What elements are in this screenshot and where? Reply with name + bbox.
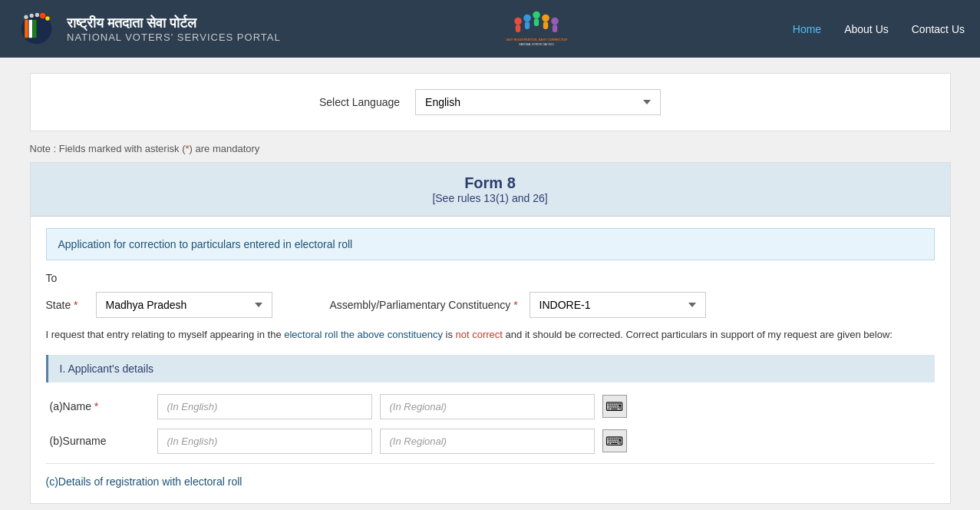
note-text2: ) are mandatory bbox=[190, 143, 260, 154]
nav-about[interactable]: About Us bbox=[844, 23, 889, 35]
surname-keyboard-button[interactable]: ⌨ bbox=[602, 429, 627, 452]
request-text: I request that entry relating to myself … bbox=[46, 327, 935, 343]
svg-rect-3 bbox=[33, 20, 37, 38]
name-keyboard-button[interactable]: ⌨ bbox=[602, 395, 627, 418]
constituency-required: * bbox=[513, 299, 517, 311]
hindi-title: राष्ट्रीय मतदाता सेवा पोर्टल bbox=[67, 15, 281, 31]
name-input-regional[interactable] bbox=[380, 394, 595, 419]
english-title: NATIONAL VOTERS' SERVICES PORTAL bbox=[67, 31, 281, 43]
svg-point-13 bbox=[551, 18, 559, 25]
application-description: Application for correction to particular… bbox=[46, 228, 935, 260]
svg-rect-1 bbox=[25, 20, 28, 38]
form-container: Form 8 [See rules 13(1) and 26] Applicat… bbox=[30, 162, 951, 504]
voters-day-logo: EASY REGISTRATION, EASY CORRECTION NATIO… bbox=[506, 8, 567, 50]
svg-rect-14 bbox=[516, 25, 520, 32]
svg-point-6 bbox=[35, 13, 39, 17]
svg-point-7 bbox=[40, 13, 45, 18]
svg-point-8 bbox=[45, 16, 49, 20]
name-row: (a)Name * ⌨ bbox=[46, 394, 935, 419]
svg-rect-16 bbox=[534, 18, 539, 26]
logo-text: राष्ट्रीय मतदाता सेवा पोर्टल NATIONAL VO… bbox=[67, 15, 281, 43]
constituency-label: Assembly/Parliamentary Constituency * bbox=[330, 299, 518, 311]
mandatory-note: Note : Fields marked with asterisk (*) a… bbox=[30, 143, 951, 154]
language-select[interactable]: English Hindi Tamil Telugu Kannada bbox=[415, 89, 661, 115]
to-label: To bbox=[46, 272, 935, 284]
svg-rect-17 bbox=[543, 22, 548, 29]
section1-header: I. Applicant's details bbox=[46, 355, 935, 382]
main-content: Select Language English Hindi Tamil Telu… bbox=[15, 73, 966, 504]
site-header: राष्ट्रीय मतदाता सेवा पोर्टल NATIONAL VO… bbox=[0, 0, 980, 58]
svg-text:NATIONAL VOTERS' DAY 2015: NATIONAL VOTERS' DAY 2015 bbox=[520, 43, 555, 46]
svg-point-5 bbox=[30, 14, 34, 18]
name-label: (a)Name * bbox=[50, 400, 150, 412]
main-nav: Home About Us Contact Us bbox=[793, 23, 965, 35]
language-selector-box: Select Language English Hindi Tamil Telu… bbox=[30, 73, 951, 131]
state-required: * bbox=[74, 299, 78, 311]
svg-point-11 bbox=[533, 12, 540, 19]
form-header: Form 8 [See rules 13(1) and 26] bbox=[31, 163, 950, 217]
svg-point-12 bbox=[542, 15, 549, 22]
form-body: Application for correction to particular… bbox=[31, 217, 950, 503]
nav-home[interactable]: Home bbox=[793, 23, 821, 35]
surname-row: (b)Surname ⌨ bbox=[46, 429, 935, 454]
svg-rect-18 bbox=[553, 25, 557, 32]
name-input-english[interactable] bbox=[157, 394, 372, 419]
form-title: Form 8 bbox=[42, 174, 939, 192]
nav-contact[interactable]: Contact Us bbox=[912, 23, 965, 35]
svg-point-10 bbox=[523, 15, 531, 22]
language-label: Select Language bbox=[319, 96, 400, 108]
divider bbox=[46, 463, 935, 464]
header-left: राष्ट्रीय मतदाता सेवा पोर्टल NATIONAL VO… bbox=[15, 8, 281, 50]
site-logo bbox=[15, 8, 58, 50]
form-subtitle: [See rules 13(1) and 26] bbox=[42, 192, 939, 204]
svg-point-9 bbox=[514, 18, 522, 25]
surname-label: (b)Surname bbox=[50, 435, 150, 447]
state-label: State * bbox=[46, 299, 84, 311]
svg-text:EASY REGISTRATION, EASY CORREC: EASY REGISTRATION, EASY CORRECTION bbox=[506, 38, 567, 41]
svg-rect-15 bbox=[525, 22, 530, 29]
note-text1: Note : Fields marked with asterisk ( bbox=[30, 143, 186, 154]
state-select[interactable]: Madhya Pradesh Delhi Maharashtra bbox=[96, 292, 272, 318]
request-text-content: I request that entry relating to myself … bbox=[46, 329, 893, 340]
details-reg-label: (c)Details of registration with electora… bbox=[46, 472, 935, 492]
surname-input-regional[interactable] bbox=[380, 429, 595, 454]
svg-point-4 bbox=[24, 15, 28, 19]
name-required: * bbox=[94, 400, 98, 412]
constituency-select[interactable]: INDORE-1 INDORE-2 BHOPAL-1 bbox=[530, 292, 706, 318]
state-constituency-row: State * Madhya Pradesh Delhi Maharashtra… bbox=[46, 292, 935, 318]
svg-rect-2 bbox=[29, 20, 33, 38]
surname-input-english[interactable] bbox=[157, 429, 372, 454]
